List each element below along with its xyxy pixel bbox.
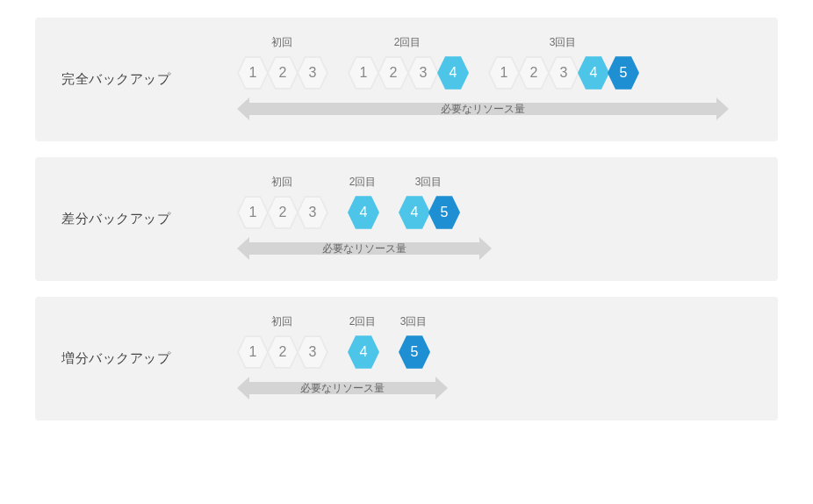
hex-row: 1234 [348, 55, 467, 90]
group-label: 2回目 [349, 314, 377, 329]
hex-block: 5 [608, 55, 639, 90]
backup-type-title: 完全バックアップ [61, 71, 237, 88]
backup-types-diagram: 完全バックアップ 初回 123 2回目 1234 3回目 12345 必要なリソ… [35, 18, 778, 421]
hex-block: 5 [399, 335, 430, 370]
hex-row: 12345 [488, 55, 637, 90]
group-label: 3回目 [415, 175, 442, 190]
backup-type-title: 差分バックアップ [61, 211, 237, 227]
hex-value: 5 [411, 344, 419, 360]
hex-value: 1 [500, 65, 508, 81]
arrow-head-right-icon [435, 377, 448, 400]
hex-block: 2 [518, 55, 550, 90]
backup-run-group: 初回 123 [237, 314, 327, 370]
hex-row: 123 [237, 335, 327, 370]
hex-block: 3 [297, 55, 328, 90]
resource-arrow: 必要なリソース量 [237, 237, 492, 260]
hex-block: 1 [237, 55, 269, 90]
backup-run-group: 2回目 1234 [348, 35, 467, 90]
hex-row: 4 [348, 195, 378, 230]
hex-value: 5 [441, 205, 449, 220]
hex-value: 4 [360, 344, 368, 360]
group-label: 2回目 [394, 35, 421, 50]
backup-type-panel: 差分バックアップ 初回 123 2回目 4 3回目 45 必要なリソース量 [35, 157, 778, 281]
backup-run-group: 3回目 5 [399, 314, 428, 370]
hex-block: 4 [578, 55, 609, 90]
hex-value: 3 [560, 65, 568, 81]
groups-row: 初回 123 2回目 4 3回目 5 [237, 314, 752, 370]
hex-block: 3 [297, 335, 328, 370]
hex-block: 4 [348, 195, 379, 230]
hex-block: 4 [348, 335, 379, 370]
backup-run-group: 2回目 4 [348, 175, 378, 230]
group-label: 初回 [271, 175, 292, 190]
group-label: 3回目 [550, 35, 577, 50]
backup-type-panel: 増分バックアップ 初回 123 2回目 4 3回目 5 必要なリソース量 [35, 297, 778, 421]
resource-arrow: 必要なリソース量 [237, 377, 448, 400]
arrow-head-right-icon [716, 97, 729, 120]
backup-type-title: 増分バックアップ [61, 350, 237, 367]
hex-value: 2 [530, 65, 538, 81]
hex-block: 3 [407, 55, 439, 90]
hex-value: 4 [411, 205, 419, 220]
hex-value: 2 [390, 65, 398, 81]
arrow-label: 必要なリソース量 [441, 102, 525, 117]
hex-block: 3 [548, 55, 579, 90]
chart-area: 初回 123 2回目 1234 3回目 12345 必要なリソース量 [237, 35, 752, 124]
hex-block: 5 [428, 195, 460, 230]
resource-arrow-wrap: 必要なリソース量 [237, 237, 752, 263]
arrow-label: 必要なリソース量 [322, 241, 406, 256]
hex-value: 2 [279, 205, 287, 220]
hex-value: 3 [309, 344, 317, 360]
hex-row: 5 [399, 335, 428, 370]
hex-value: 4 [590, 65, 598, 81]
hex-block: 2 [267, 55, 299, 90]
hex-row: 123 [237, 55, 327, 90]
hex-block: 1 [348, 55, 379, 90]
backup-run-group: 初回 123 [237, 175, 327, 230]
hex-value: 1 [249, 344, 257, 360]
hex-value: 5 [620, 65, 628, 81]
chart-area: 初回 123 2回目 4 3回目 45 必要なリソース量 [237, 175, 752, 263]
hex-value: 3 [309, 65, 317, 81]
hex-block: 1 [237, 195, 269, 230]
backup-type-panel: 完全バックアップ 初回 123 2回目 1234 3回目 12345 必要なリソ… [35, 18, 778, 141]
backup-run-group: 3回目 12345 [488, 35, 637, 90]
hex-value: 2 [279, 344, 287, 360]
hex-value: 3 [420, 65, 428, 81]
chart-area: 初回 123 2回目 4 3回目 5 必要なリソース量 [237, 314, 752, 403]
backup-run-group: 3回目 45 [399, 175, 458, 230]
hex-value: 1 [360, 65, 368, 81]
hex-row: 123 [237, 195, 327, 230]
resource-arrow-wrap: 必要なリソース量 [237, 377, 752, 403]
hex-block: 4 [437, 55, 469, 90]
hex-value: 1 [249, 65, 257, 81]
hex-block: 1 [237, 335, 269, 370]
hex-value: 4 [360, 205, 368, 220]
groups-row: 初回 123 2回目 4 3回目 45 [237, 175, 752, 230]
hex-value: 4 [450, 65, 457, 81]
hex-block: 2 [267, 195, 299, 230]
hex-value: 3 [309, 205, 317, 220]
hex-row: 4 [348, 335, 378, 370]
hex-block: 2 [267, 335, 299, 370]
group-label: 初回 [271, 314, 292, 329]
groups-row: 初回 123 2回目 1234 3回目 12345 [237, 35, 752, 90]
hex-value: 1 [249, 205, 257, 220]
backup-run-group: 初回 123 [237, 35, 327, 90]
arrow-head-right-icon [479, 237, 492, 260]
hex-block: 4 [399, 195, 430, 230]
hex-block: 3 [297, 195, 328, 230]
hex-block: 1 [488, 55, 520, 90]
group-label: 3回目 [400, 314, 428, 329]
group-label: 初回 [271, 35, 292, 50]
hex-value: 2 [279, 65, 287, 81]
arrow-label: 必要なリソース量 [300, 381, 385, 396]
hex-block: 2 [378, 55, 409, 90]
backup-run-group: 2回目 4 [348, 314, 378, 370]
hex-row: 45 [399, 195, 458, 230]
resource-arrow: 必要なリソース量 [237, 97, 729, 120]
resource-arrow-wrap: 必要なリソース量 [237, 97, 752, 124]
group-label: 2回目 [349, 175, 377, 190]
